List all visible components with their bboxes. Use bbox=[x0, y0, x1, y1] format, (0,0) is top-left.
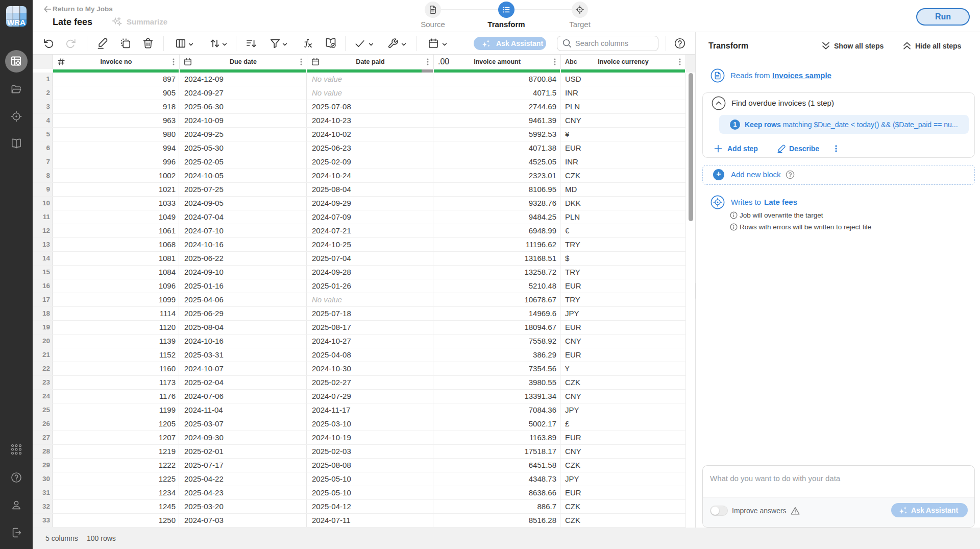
svg-text:WRA: WRA bbox=[7, 18, 26, 27]
